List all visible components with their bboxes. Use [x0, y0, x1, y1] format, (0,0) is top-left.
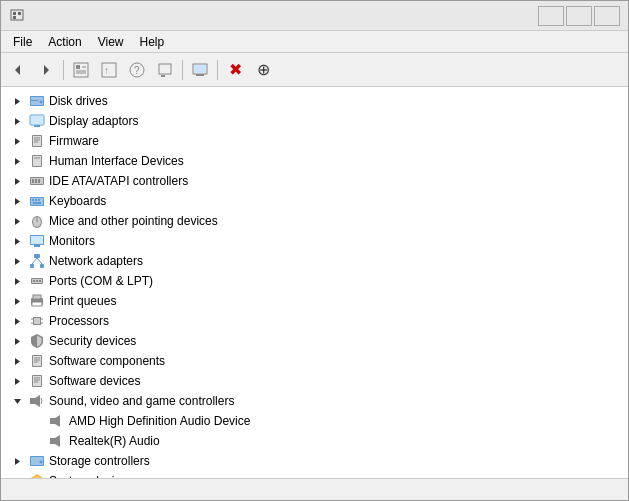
item-label-mice: Mice and other pointing devices [49, 214, 218, 228]
svg-marker-66 [15, 278, 20, 285]
forward-button[interactable] [33, 57, 59, 83]
svg-rect-44 [38, 179, 40, 183]
svg-rect-75 [32, 302, 42, 306]
svg-rect-51 [33, 202, 41, 204]
svg-rect-18 [196, 74, 204, 76]
item-icon-keyboards [29, 193, 45, 209]
svg-rect-71 [39, 280, 41, 282]
svg-marker-96 [14, 399, 21, 404]
content-area: Disk drivesDisplay adaptorsFirmwareHuman… [1, 87, 628, 478]
update-button[interactable]: ↑ [96, 57, 122, 83]
svg-marker-90 [15, 378, 20, 385]
svg-rect-16 [161, 75, 165, 77]
minimize-button[interactable] [538, 6, 564, 26]
tree-item-realtek[interactable]: Realtek(R) Audio [1, 431, 628, 451]
scan-button[interactable] [152, 57, 178, 83]
expand-arrow-monitors [9, 233, 25, 249]
item-icon-software-components [29, 353, 45, 369]
svg-marker-103 [15, 458, 20, 465]
help-button[interactable]: ? [124, 57, 150, 83]
computer-button[interactable] [187, 57, 213, 83]
tree-item-system-devices[interactable]: System devices [1, 471, 628, 478]
item-icon-hid [29, 153, 45, 169]
remove-button[interactable]: ✖ [222, 57, 248, 83]
item-icon-network [29, 253, 45, 269]
properties-button[interactable] [68, 57, 94, 83]
toolbar: ↑ ? ✖ ⊕ [1, 53, 628, 87]
svg-rect-97 [30, 398, 35, 404]
svg-point-23 [40, 101, 43, 104]
svg-rect-69 [33, 280, 35, 282]
tree-item-monitors[interactable]: Monitors [1, 231, 628, 251]
svg-text:↑: ↑ [104, 65, 109, 76]
svg-marker-72 [15, 298, 20, 305]
item-label-ide: IDE ATA/ATAPI controllers [49, 174, 188, 188]
svg-rect-74 [33, 295, 41, 299]
svg-marker-60 [15, 258, 20, 265]
tree-item-mice[interactable]: Mice and other pointing devices [1, 211, 628, 231]
svg-line-64 [32, 258, 37, 264]
svg-text:?: ? [134, 65, 140, 76]
tree-item-hid[interactable]: Human Interface Devices [1, 151, 628, 171]
title-bar [1, 1, 628, 31]
device-manager-window: File Action View Help ↑ [0, 0, 629, 501]
menu-view[interactable]: View [90, 33, 132, 51]
tree-item-ports[interactable]: Ports (COM & LPT) [1, 271, 628, 291]
item-label-amd-audio: AMD High Definition Audio Device [69, 414, 250, 428]
expand-arrow-security [9, 333, 25, 349]
item-icon-ide [29, 173, 45, 189]
expand-arrow-disk-drives [9, 93, 25, 109]
tree-item-sound[interactable]: Sound, video and game controllers [1, 391, 628, 411]
item-icon-amd-audio [49, 413, 65, 429]
tree-item-keyboards[interactable]: Keyboards [1, 191, 628, 211]
expand-arrow-processors [9, 313, 25, 329]
window-icon [9, 8, 25, 24]
tree-item-storage[interactable]: Storage controllers [1, 451, 628, 471]
item-icon-monitors [29, 233, 45, 249]
tree-item-security[interactable]: Security devices [1, 331, 628, 351]
svg-rect-78 [34, 318, 40, 324]
svg-marker-25 [15, 118, 20, 125]
svg-rect-101 [50, 438, 55, 444]
tree-item-firmware[interactable]: Firmware [1, 131, 628, 151]
item-icon-software-devices [29, 373, 45, 389]
tree-item-ide[interactable]: IDE ATA/ATAPI controllers [1, 171, 628, 191]
svg-rect-0 [11, 10, 23, 20]
svg-rect-50 [38, 199, 40, 201]
svg-point-106 [40, 461, 43, 464]
tree-item-amd-audio[interactable]: AMD High Definition Audio Device [1, 411, 628, 431]
tree-item-software-components[interactable]: Software components [1, 351, 628, 371]
expand-arrow-firmware [9, 133, 25, 149]
svg-marker-35 [15, 158, 20, 165]
tree-item-software-devices[interactable]: Software devices [1, 371, 628, 391]
expand-arrow-display-adaptors [9, 113, 25, 129]
svg-marker-29 [15, 138, 20, 145]
add-button[interactable]: ⊕ [250, 57, 276, 83]
menu-action[interactable]: Action [40, 33, 89, 51]
close-button[interactable] [594, 6, 620, 26]
tree-item-network[interactable]: Network adapters [1, 251, 628, 271]
item-icon-ports [29, 273, 45, 289]
tree-item-display-adaptors[interactable]: Display adaptors [1, 111, 628, 131]
svg-rect-15 [159, 64, 171, 74]
maximize-button[interactable] [566, 6, 592, 26]
svg-rect-63 [40, 264, 44, 268]
tree-item-processors[interactable]: Processors [1, 311, 628, 331]
back-button[interactable] [5, 57, 31, 83]
tree-item-print[interactable]: Print queues [1, 291, 628, 311]
svg-line-65 [37, 258, 42, 264]
item-label-print: Print queues [49, 294, 116, 308]
expand-arrow-print [9, 293, 25, 309]
svg-rect-70 [36, 280, 38, 282]
item-icon-display-adaptors [29, 113, 45, 129]
expand-arrow-network [9, 253, 25, 269]
item-label-ports: Ports (COM & LPT) [49, 274, 153, 288]
svg-marker-83 [15, 338, 20, 345]
menu-file[interactable]: File [5, 33, 40, 51]
menu-bar: File Action View Help [1, 31, 628, 53]
toolbar-sep-2 [182, 60, 183, 80]
item-icon-mice [29, 213, 45, 229]
device-tree[interactable]: Disk drivesDisplay adaptorsFirmwareHuman… [1, 87, 628, 478]
menu-help[interactable]: Help [132, 33, 173, 51]
tree-item-disk-drives[interactable]: Disk drives [1, 91, 628, 111]
